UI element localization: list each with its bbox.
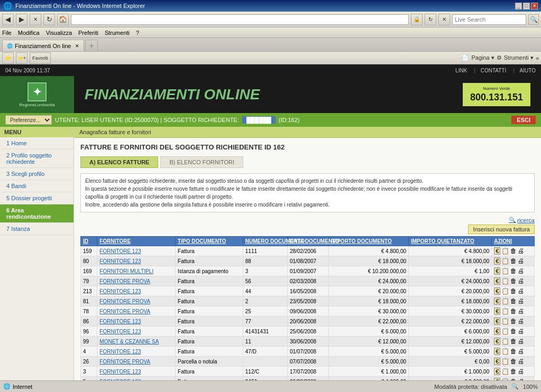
copy-action-icon[interactable]: 📋: [501, 318, 509, 325]
delete-action-icon[interactable]: 🗑: [510, 368, 517, 375]
delete-action-icon[interactable]: 🗑: [510, 328, 517, 335]
delete-action-icon[interactable]: 🗑: [510, 277, 517, 285]
stop-button[interactable]: ✕: [30, 14, 41, 25]
print-action-icon[interactable]: 🖨: [518, 328, 524, 335]
copy-action-icon[interactable]: 📋: [501, 368, 509, 375]
euro-action-icon[interactable]: €: [494, 348, 500, 355]
copy-action-icon[interactable]: 📋: [501, 348, 509, 355]
copy-action-icon[interactable]: 📋: [501, 338, 509, 345]
print-action-icon[interactable]: 🖨: [518, 287, 524, 295]
tab-fornitori[interactable]: B) ELENCO FORNITORI: [160, 156, 243, 168]
euro-action-icon[interactable]: €: [494, 318, 500, 325]
col-quietanzato-link[interactable]: IMPORTO QUIETANZATO: [411, 238, 474, 244]
sidebar-item-dossier[interactable]: 5 Dossier progetti: [0, 192, 74, 204]
col-id-link[interactable]: ID: [83, 238, 88, 244]
euro-action-icon[interactable]: €: [494, 247, 500, 255]
copy-action-icon[interactable]: 📋: [501, 328, 509, 335]
sidebar-item-bandi[interactable]: 4 Bandi: [0, 180, 74, 192]
favorites-toolbar[interactable]: Favoriti: [30, 52, 51, 64]
favorites-icon[interactable]: ⭐: [2, 52, 14, 64]
sidebar-item-area[interactable]: 6 Area rendicontazione: [0, 204, 74, 223]
address-bar[interactable]: [71, 14, 409, 25]
forward-button[interactable]: ▶: [16, 14, 27, 25]
print-action-icon[interactable]: 🖨: [518, 277, 524, 285]
sidebar-item-home[interactable]: 1 Home: [0, 137, 74, 150]
print-action-icon[interactable]: 🖨: [518, 368, 524, 375]
delete-action-icon[interactable]: 🗑: [510, 247, 517, 255]
euro-action-icon[interactable]: €: [494, 287, 500, 295]
menu-modifica[interactable]: Modifica: [18, 30, 40, 36]
delete-action-icon[interactable]: 🗑: [510, 257, 517, 265]
menu-preferiti[interactable]: Preferiti: [78, 30, 98, 36]
euro-action-icon[interactable]: €: [494, 307, 500, 315]
euro-action-icon[interactable]: €: [494, 368, 500, 375]
new-tab-button[interactable]: +: [85, 40, 97, 51]
ricerca-link[interactable]: 🔍 ricerca: [509, 217, 535, 223]
euro-action-icon[interactable]: €: [494, 257, 500, 265]
euro-action-icon[interactable]: €: [494, 277, 500, 285]
fornitore-link[interactable]: FORNITORE PROVA: [99, 309, 150, 314]
fornitore-link[interactable]: FORNITORE PROVA: [99, 359, 150, 365]
col-data-link[interactable]: DATA DOCUMENTO: [290, 238, 319, 244]
print-action-icon[interactable]: 🖨: [518, 267, 524, 275]
copy-action-icon[interactable]: 📋: [501, 297, 509, 305]
delete-action-icon[interactable]: 🗑: [510, 318, 517, 325]
toolbar2-page-label[interactable]: Pagina ▾: [471, 54, 494, 61]
link-link[interactable]: LINK: [455, 68, 475, 73]
delete-action-icon[interactable]: 🗑: [510, 307, 517, 315]
home-button[interactable]: 🏠: [57, 14, 69, 25]
menu-strumenti[interactable]: Strumenti: [105, 30, 130, 36]
euro-action-icon[interactable]: €: [494, 297, 500, 305]
browser-tab-main[interactable]: 🌐 Finanziamenti On line ✕: [2, 40, 84, 51]
euro-action-icon[interactable]: €: [494, 328, 500, 335]
zoom-level[interactable]: 100%: [523, 384, 538, 390]
delete-action-icon[interactable]: 🗑: [510, 358, 517, 365]
fornitore-link[interactable]: FORNITORE 123: [99, 288, 141, 294]
euro-action-icon[interactable]: €: [494, 338, 500, 345]
delete-action-icon[interactable]: 🗑: [510, 297, 517, 305]
fornitore-link[interactable]: FORNITORE 123: [99, 349, 141, 354]
refresh-button[interactable]: ↻: [43, 14, 55, 25]
euro-action-icon[interactable]: €: [494, 358, 500, 365]
fornitore-link[interactable]: MONET & CEZANNE SA: [99, 339, 159, 344]
toolbar2-tools-label[interactable]: Strumenti ▾: [504, 54, 534, 61]
print-action-icon[interactable]: 🖨: [518, 338, 524, 345]
copy-action-icon[interactable]: 📋: [501, 277, 509, 285]
fornitore-link[interactable]: FORNITORI MULTIPLI: [99, 268, 153, 274]
search-input[interactable]: [452, 14, 526, 25]
minimize-button[interactable]: _: [515, 3, 522, 10]
preferences-dropdown[interactable]: Preferenze...: [5, 115, 52, 125]
back-button[interactable]: ◀: [2, 14, 14, 25]
print-action-icon[interactable]: 🖨: [518, 297, 524, 305]
contatti-link[interactable]: CONTATTI: [481, 68, 515, 73]
col-fornitore-link[interactable]: FORNITORE: [99, 238, 131, 244]
esci-button[interactable]: ESCI: [511, 116, 536, 124]
sidebar-item-scegli[interactable]: 3 Scegli profilo: [0, 168, 74, 180]
copy-action-icon[interactable]: 📋: [501, 358, 509, 365]
menu-visualizza[interactable]: Visualizza: [46, 30, 72, 36]
tab-close-icon[interactable]: ✕: [75, 43, 79, 49]
col-numero-link[interactable]: NUMERO DOCUMENTO: [245, 238, 277, 244]
tab-fatture[interactable]: A) ELENCO FATTURE: [80, 156, 158, 168]
stop-button2[interactable]: ✕: [438, 14, 450, 25]
fornitore-link[interactable]: FORNITORE 123: [99, 248, 141, 254]
euro-action-icon[interactable]: €: [494, 267, 500, 275]
delete-action-icon[interactable]: 🗑: [510, 287, 517, 295]
delete-action-icon[interactable]: 🗑: [510, 267, 517, 275]
delete-action-icon[interactable]: 🗑: [510, 338, 517, 345]
search-go-button[interactable]: 🔍: [528, 14, 539, 25]
print-action-icon[interactable]: 🖨: [518, 358, 524, 365]
col-tipo-link[interactable]: TIPO DOCUMENTO: [178, 238, 226, 244]
copy-action-icon[interactable]: 📋: [501, 287, 509, 295]
copy-action-icon[interactable]: 📋: [501, 307, 509, 315]
print-action-icon[interactable]: 🖨: [518, 318, 524, 325]
refresh-button2[interactable]: ↻: [425, 14, 436, 25]
print-action-icon[interactable]: 🖨: [518, 348, 524, 355]
sidebar-item-profilo[interactable]: 2 Profilo soggetto richiedente: [0, 150, 74, 168]
menu-file[interactable]: File: [2, 30, 12, 36]
aiuto-link[interactable]: AIUTO: [520, 68, 536, 73]
print-action-icon[interactable]: 🖨: [518, 307, 524, 315]
fornitore-link[interactable]: FORNITORE PROVA: [99, 278, 150, 284]
add-favorites-button[interactable]: ⭐+: [16, 52, 27, 64]
fornitore-link[interactable]: FORNITORE 123: [99, 319, 141, 324]
